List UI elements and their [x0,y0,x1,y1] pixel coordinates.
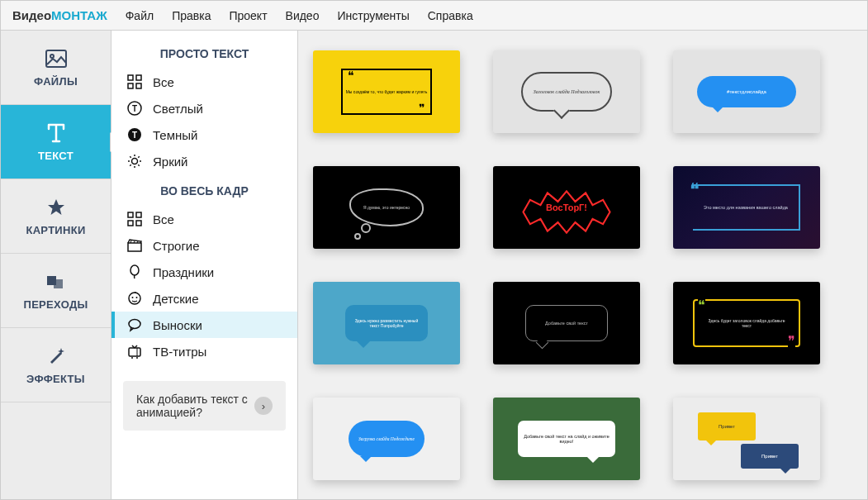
menubar: ВидеоМОНТАЖ Файл Правка Проект Видео Инс… [1,1,867,31]
thumb-text: Добавьте свой текст на слайд и оживите в… [518,434,615,444]
cat-kids[interactable]: Детские [111,285,297,312]
cat-all-label: Все [153,75,174,89]
svg-text:T: T [132,131,137,140]
cat-callouts[interactable]: Выноски [111,312,297,338]
menu-edit[interactable]: Правка [172,9,211,22]
t-filled-icon: T [126,126,143,143]
thumb-text: Мы создаём то, что будет жарким и гулять [346,89,428,95]
menu-file[interactable]: Файл [126,9,154,22]
menu-video[interactable]: Видео [286,9,320,22]
help-box[interactable]: Как добавить текст с анимацией? › [123,381,286,431]
star-icon [45,196,68,219]
cat-holidays-label: Праздники [153,265,214,279]
sun-icon [126,153,143,169]
cat-bright-label: Яркий [153,155,188,169]
svg-rect-4 [128,75,133,80]
template-yellow-quote[interactable]: Мы создаём то, что будет жарким и гулять [313,50,460,133]
template-teal-bubble[interactable]: Здесь нужно разместить нужный текст Попр… [313,282,460,364]
thumb-text: Здесь нужно разместить нужный текст Попр… [345,318,428,328]
menu-help[interactable]: Справка [428,9,473,22]
cat-light[interactable]: T Светлый [111,95,297,121]
cat-all[interactable]: Все [111,69,297,95]
nav-text[interactable]: ТЕКСТ [1,105,111,179]
svg-point-32 [136,297,138,298]
template-grey-cloud[interactable]: Заголовок слайда Подзаголовок [493,50,640,133]
template-gradient-quote[interactable]: Это место для названия вашего слайда [673,166,820,249]
nav-pictures-label: КАРТИНКИ [26,224,85,236]
cat-all2[interactable]: Все [111,206,297,232]
category-panel: ПРОСТО ТЕКСТ Все T Светлый T Темный Ярки… [111,31,298,500]
image-icon [45,47,68,70]
svg-rect-22 [136,212,141,217]
svg-point-30 [129,293,140,304]
nav-files[interactable]: ФАЙЛЫ [1,31,111,105]
grid-icon [126,211,143,227]
nav-files-label: ФАЙЛЫ [34,75,78,88]
svg-point-1 [50,55,54,58]
thumb-text: Я думаю, это интересно [363,205,410,210]
nav-transitions-label: ПЕРЕХОДЫ [23,298,88,311]
svg-point-12 [132,159,138,164]
svg-line-17 [130,156,130,157]
thumb-text: Это место для названия вашего слайда [697,205,794,210]
chevron-right-icon: › [254,397,273,415]
menu-project[interactable]: Проект [229,9,267,22]
left-nav: ФАЙЛЫ ТЕКСТ КАРТИНКИ ПЕРЕХОДЫ ЭФФЕКТЫ [1,31,111,500]
cat-holidays[interactable]: Праздники [111,259,297,285]
svg-point-29 [130,265,139,275]
clapper-icon [126,237,143,254]
svg-rect-24 [136,221,141,226]
template-black-yellow-quote[interactable]: Здесь будет заголовок слайда добавьте те… [673,282,820,364]
svg-rect-6 [128,83,133,88]
template-blue-bubble[interactable]: #текстдляслайда [673,50,820,133]
group-full-title: ВО ВЕСЬ КАДР [111,174,297,206]
cat-kids-label: Детские [153,292,199,306]
cat-callouts-label: Выноски [153,318,202,332]
cat-tv-label: ТВ-титры [153,345,206,359]
logo-part1: Видео [12,8,51,22]
template-black-outline-bubble[interactable]: Добавьте свой текст [493,282,640,364]
thumb-text: #текстдляслайда [727,89,766,94]
cat-dark[interactable]: T Темный [111,121,297,148]
svg-line-18 [138,164,139,165]
speech-icon [126,317,143,333]
cat-dark-label: Темный [153,128,197,142]
main-area: ФАЙЛЫ ТЕКСТ КАРТИНКИ ПЕРЕХОДЫ ЭФФЕКТЫ [1,31,867,500]
nav-text-label: ТЕКСТ [38,150,74,162]
svg-rect-21 [128,212,133,217]
svg-line-20 [138,156,139,157]
svg-point-31 [132,297,134,298]
nav-effects[interactable]: ЭФФЕКТЫ [1,328,111,402]
cat-tv[interactable]: ТВ-титры [111,338,297,364]
svg-rect-3 [54,279,63,288]
help-text: Как добавить текст с анимацией? [136,393,248,419]
nav-transitions[interactable]: ПЕРЕХОДЫ [1,254,111,328]
nav-effects-label: ЭФФЕКТЫ [26,373,85,385]
cat-all2-label: Все [153,212,174,226]
thumb-text: Здесь будет заголовок слайда добавьте те… [695,318,799,328]
logo-part2: МОНТАЖ [51,8,107,22]
thumb-text: Добавьте свой текст [545,321,588,326]
svg-marker-40 [524,191,610,232]
app-logo: ВидеоМОНТАЖ [12,8,107,22]
template-light-blue-bubble[interactable]: Загрузка слайда Подождите [313,398,460,480]
svg-rect-23 [128,221,133,226]
svg-rect-5 [136,75,141,80]
template-black-burst[interactable]: ВосТорГ! [493,166,640,249]
svg-rect-25 [128,243,141,251]
thumb-text: Заголовок слайда Подзаголовок [534,89,600,94]
cat-bright[interactable]: Яркий [111,148,297,174]
thumb-text-a: Привет [698,412,756,440]
nav-pictures[interactable]: КАРТИНКИ [1,179,111,254]
cat-strict[interactable]: Строгие [111,232,297,259]
template-grid: Мы создаём то, что будет жарким и гулять… [313,50,852,480]
template-green-card[interactable]: Добавьте свой текст на слайд и оживите в… [493,398,640,480]
template-chat-pair[interactable]: Привет Привет [673,398,820,480]
transitions-icon [45,270,68,293]
grid-icon [126,74,143,90]
svg-text:T: T [132,104,137,113]
template-black-think[interactable]: Я думаю, это интересно [313,166,460,249]
cat-strict-label: Строгие [153,239,200,253]
template-gallery: Мы создаём то, что будет жарким и гулять… [298,31,867,500]
menu-tools[interactable]: Инструменты [337,9,409,22]
